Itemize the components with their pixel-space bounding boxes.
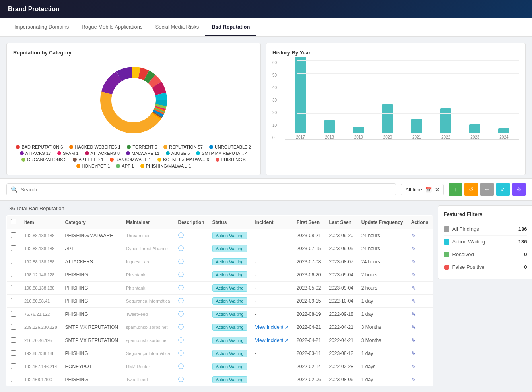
edit-icon[interactable]: ✎ [411, 377, 416, 383]
info-icon[interactable]: ⓘ [178, 363, 184, 369]
row-checkbox[interactable] [11, 285, 16, 290]
th-description: Description [174, 216, 208, 229]
row-first-seen: 2022-08-19 [293, 308, 325, 321]
clear-date-icon[interactable]: ✕ [435, 187, 439, 193]
incident-link[interactable]: View Incident ↗ [255, 338, 289, 343]
filter-false-positive[interactable]: False Positive 0 [444, 261, 527, 273]
info-icon[interactable]: ⓘ [178, 350, 184, 356]
row-incident: - [251, 229, 293, 242]
row-actions: ✎ [407, 334, 433, 347]
row-first-seen: 2023-06-20 [293, 268, 325, 282]
row-incident: - [251, 373, 293, 386]
legend-item: UNROUTEABLE 2 [209, 145, 251, 149]
date-filter[interactable]: All time 📅 ✕ [401, 184, 444, 195]
row-checkbox[interactable] [11, 259, 16, 264]
row-checkbox-cell [7, 360, 21, 373]
row-item: 216.80.98.41 [20, 295, 61, 308]
confirm-button[interactable]: ✓ [496, 183, 510, 196]
row-checkbox[interactable] [11, 337, 16, 343]
edit-icon[interactable]: ✎ [411, 259, 416, 265]
row-description[interactable]: ⓘ [174, 268, 208, 282]
legend-item: HACKED WEBSITES 1 [69, 145, 120, 149]
info-icon[interactable]: ⓘ [178, 376, 184, 382]
row-checkbox[interactable] [11, 377, 16, 382]
row-description[interactable]: ⓘ [174, 308, 208, 321]
row-checkbox[interactable] [11, 232, 16, 238]
row-description[interactable]: ⓘ [174, 295, 208, 308]
info-icon[interactable]: ⓘ [178, 311, 184, 317]
row-checkbox[interactable] [11, 245, 16, 251]
info-icon[interactable]: ⓘ [178, 232, 184, 238]
row-description[interactable]: ⓘ [174, 347, 208, 360]
tab-bad-reputation[interactable]: Bad Reputation [205, 18, 256, 36]
table-row: 192.88.138.188 APT Cyber Threat Alliance… [7, 242, 433, 255]
incident-link[interactable]: View Incident ↗ [255, 324, 289, 330]
filter-resolved[interactable]: Resolved 0 [444, 248, 527, 261]
row-update-freq: 2 hours [357, 268, 407, 282]
legend-item: PHISHING/MALWA... 1 [140, 164, 191, 168]
filter-all-findings[interactable]: All Findings 136 [444, 223, 527, 236]
settings-button[interactable]: ⚙ [512, 183, 526, 196]
row-actions: ✎ [407, 282, 433, 295]
row-first-seen: 2022-02-14 [293, 360, 325, 373]
row-checkbox[interactable] [11, 311, 16, 317]
row-item: 198.12.148.128 [20, 268, 61, 282]
edit-icon[interactable]: ✎ [411, 272, 416, 278]
row-checkbox-cell [7, 373, 21, 386]
row-description[interactable]: ⓘ [174, 282, 208, 295]
status-badge: Action Waiting [212, 337, 247, 344]
search-input-wrap[interactable]: 🔍 [6, 183, 396, 195]
back-button[interactable]: ← [480, 183, 494, 196]
info-icon[interactable]: ⓘ [178, 324, 184, 330]
legend-item: RANSOMWARE 1 [110, 157, 151, 162]
row-description[interactable]: ⓘ [174, 242, 208, 255]
row-category: PHISHING [61, 295, 122, 308]
row-first-seen: 2022-02-06 [293, 373, 325, 386]
filter-label-false-positive: False Positive [452, 264, 485, 270]
row-description[interactable]: ⓘ [174, 255, 208, 268]
row-description[interactable]: ⓘ [174, 373, 208, 386]
row-checkbox[interactable] [11, 363, 16, 369]
download-button[interactable]: ↓ [449, 183, 462, 196]
filter-label-resolved: Resolved [452, 251, 474, 257]
info-icon[interactable]: ⓘ [178, 271, 184, 278]
tab-social[interactable]: Social Media Risks [149, 18, 206, 36]
row-checkbox[interactable] [11, 298, 16, 303]
filter-action-waiting[interactable]: Action Waiting 136 [444, 236, 527, 248]
row-description[interactable]: ⓘ [174, 321, 208, 334]
info-icon[interactable]: ⓘ [178, 245, 184, 251]
edit-icon[interactable]: ✎ [411, 311, 416, 317]
row-maintainer: Segurança Informática [122, 295, 174, 308]
row-status: Action Waiting [208, 334, 251, 347]
row-incident: - [251, 347, 293, 360]
bar-chart-visual: 6050403020100 2017 [272, 60, 519, 148]
row-checkbox[interactable] [11, 350, 16, 356]
tab-impersonating[interactable]: Impersonating Domains [8, 18, 75, 36]
refresh-button[interactable]: ↺ [464, 183, 478, 196]
row-description[interactable]: ⓘ [174, 360, 208, 373]
row-last-seen: 2022-09-18 [325, 308, 357, 321]
info-icon[interactable]: ⓘ [178, 297, 184, 304]
select-all-checkbox[interactable] [11, 219, 16, 224]
row-description[interactable]: ⓘ [174, 334, 208, 347]
info-icon[interactable]: ⓘ [178, 337, 184, 343]
info-icon[interactable]: ⓘ [178, 284, 184, 291]
edit-icon[interactable]: ✎ [411, 232, 416, 239]
edit-icon[interactable]: ✎ [411, 285, 416, 291]
row-description[interactable]: ⓘ [174, 229, 208, 242]
edit-icon[interactable]: ✎ [411, 337, 416, 344]
edit-icon[interactable]: ✎ [411, 363, 416, 370]
search-input[interactable] [21, 187, 392, 193]
edit-icon[interactable]: ✎ [411, 298, 416, 304]
info-icon[interactable]: ⓘ [178, 258, 184, 265]
donut-chart-visual [13, 60, 254, 140]
row-checkbox[interactable] [11, 272, 16, 277]
row-checkbox[interactable] [11, 324, 16, 330]
table-row: 192.88.138.188 PHISHING Segurança Inform… [7, 347, 433, 360]
edit-icon[interactable]: ✎ [411, 350, 416, 357]
row-actions: ✎ [407, 268, 433, 282]
tab-rogue[interactable]: Rogue Mobile Applications [75, 18, 149, 36]
edit-icon[interactable]: ✎ [411, 245, 416, 252]
legend-item: MALWARE 11 [126, 151, 159, 156]
edit-icon[interactable]: ✎ [411, 324, 416, 330]
